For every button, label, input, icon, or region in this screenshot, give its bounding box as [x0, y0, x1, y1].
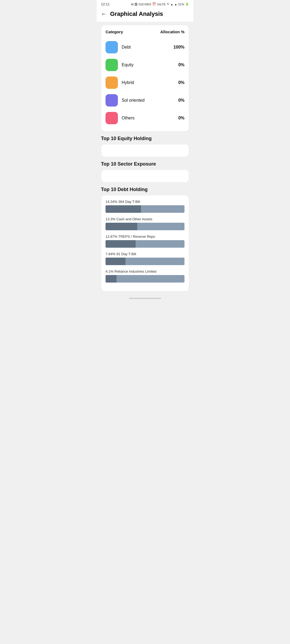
debt-bar-fill-2 — [106, 240, 136, 248]
header: ← Graphical Analysis — [97, 7, 193, 22]
debt-bar-label-3: 7.84% 91 Day T-Bill — [106, 252, 184, 256]
equity-empty-card — [101, 144, 189, 157]
debt-bar-item-0: 14.34% 364 Day T-Bill — [106, 200, 184, 213]
debt-bar-item-3: 7.84% 91 Day T-Bill — [106, 252, 184, 265]
category-header: Category Allocation % — [106, 30, 184, 34]
equity-section: Top 10 Equity Holding — [101, 136, 189, 157]
equity-swatch — [106, 59, 118, 71]
debt-bar-fill-1 — [106, 223, 137, 230]
scroll-bar — [129, 298, 161, 299]
debt-bar-track-0 — [106, 205, 184, 213]
debt-bar-item-4: 4.1% Reliance Industries Limited — [106, 269, 184, 283]
image-icon: 🖼 — [135, 3, 137, 6]
sector-empty-card — [101, 170, 189, 182]
sol-pct: 0% — [178, 98, 184, 103]
wifi-icon: ▲ — [170, 3, 173, 6]
status-bar: 12:11 M 🖼 018 KB/S ⏰ VoLTE ✳ ▲ ▲ 51% 🔋 — [97, 0, 193, 7]
category-row-equity: Equity 0% — [106, 56, 184, 74]
battery-icon: 🔋 — [185, 2, 189, 6]
debt-bar-label-1: 13.3% Cash and Other Assets — [106, 217, 184, 221]
time: 12:11 — [101, 2, 110, 6]
category-row-hybrid: Hybrid 0% — [106, 74, 184, 92]
data-speed: 018 KB/S — [139, 3, 151, 6]
alarm-icon: ⏰ — [152, 2, 156, 6]
debt-bar-label-0: 14.34% 364 Day T-Bill — [106, 200, 184, 204]
sol-swatch — [106, 94, 118, 107]
debt-bar-fill-3 — [106, 258, 125, 265]
category-card: Category Allocation % Debt 100% Equity 0… — [101, 25, 189, 131]
sector-section: Top 10 Sector Exposure — [101, 161, 189, 182]
debt-label: Debt — [122, 45, 131, 50]
battery: 51% — [178, 3, 184, 6]
status-icons: M 🖼 018 KB/S ⏰ VoLTE ✳ ▲ ▲ 51% 🔋 — [131, 2, 189, 6]
debt-bar-track-2 — [106, 240, 184, 248]
sector-section-title: Top 10 Sector Exposure — [101, 161, 189, 167]
category-row-debt: Debt 100% — [106, 38, 184, 56]
volte-icon: VoLTE — [157, 3, 166, 6]
debt-bar-track-3 — [106, 258, 184, 265]
sol-label: Sol oriented — [122, 98, 144, 103]
debt-pct: 100% — [173, 45, 184, 50]
debt-bar-label-4: 4.1% Reliance Industries Limited — [106, 269, 184, 273]
others-swatch — [106, 112, 118, 124]
scroll-indicator — [101, 296, 189, 301]
debt-bar-fill-0 — [106, 205, 141, 213]
allocation-col-label: Allocation % — [160, 30, 184, 34]
debt-bar-item-1: 13.3% Cash and Other Assets — [106, 217, 184, 230]
equity-label: Equity — [122, 63, 133, 67]
debt-swatch — [106, 41, 118, 53]
debt-bar-fill-4 — [106, 275, 117, 283]
gmail-icon: M — [131, 3, 133, 6]
category-row-sol: Sol oriented 0% — [106, 92, 184, 109]
back-button[interactable]: ← — [101, 11, 107, 17]
equity-pct: 0% — [178, 63, 184, 67]
main-content: Category Allocation % Debt 100% Equity 0… — [97, 22, 193, 304]
page-title: Graphical Analysis — [110, 10, 163, 17]
equity-section-title: Top 10 Equity Holding — [101, 136, 189, 141]
category-col-label: Category — [106, 30, 123, 34]
debt-bar-label-2: 12.87% TREPS / Reverse Repo — [106, 235, 184, 239]
debt-holdings-card: 14.34% 364 Day T-Bill13.3% Cash and Othe… — [101, 195, 189, 291]
others-pct: 0% — [178, 116, 184, 120]
debt-section-title: Top 10 Debt Holding — [101, 187, 189, 192]
debt-bar-item-2: 12.87% TREPS / Reverse Repo — [106, 235, 184, 248]
hybrid-pct: 0% — [178, 80, 184, 85]
signal-icon: ▲ — [174, 3, 177, 6]
debt-bar-track-1 — [106, 223, 184, 230]
hybrid-swatch — [106, 76, 118, 89]
category-row-others: Others 0% — [106, 109, 184, 127]
debt-section: Top 10 Debt Holding 14.34% 364 Day T-Bil… — [101, 187, 189, 291]
bluetooth-icon: ✳ — [167, 2, 169, 6]
others-label: Others — [122, 116, 135, 120]
debt-bar-track-4 — [106, 275, 184, 283]
hybrid-label: Hybrid — [122, 80, 134, 85]
